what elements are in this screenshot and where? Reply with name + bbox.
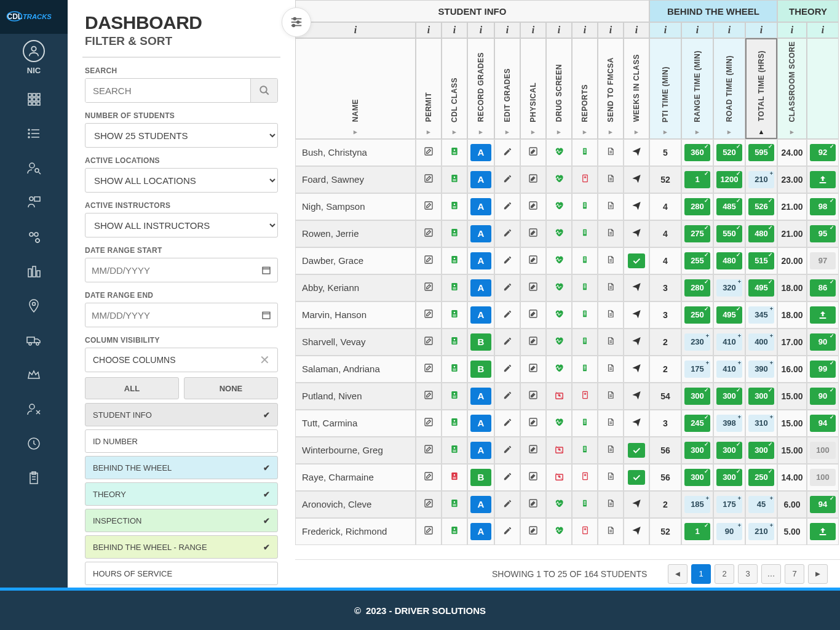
nav-clipboard[interactable] [0, 469, 68, 487]
cell-record[interactable] [494, 139, 520, 166]
score-pill[interactable]: 94✓ [810, 496, 836, 513]
time-pill[interactable]: 230+ [684, 333, 710, 351]
cell-edit-grades[interactable] [520, 193, 546, 220]
nav-list[interactable] [0, 125, 68, 142]
cell-edit-student[interactable] [416, 193, 442, 220]
cell-edit-grades[interactable] [520, 518, 546, 545]
cell-edit-grades[interactable] [520, 410, 546, 437]
pager-prev[interactable]: ◄ [668, 564, 687, 584]
col-road[interactable]: ROAD TIME (MIN)▸ [713, 38, 745, 139]
cell-reports[interactable] [598, 464, 624, 491]
cell-send[interactable] [624, 383, 649, 410]
col-total[interactable]: TOTAL TIME (HRS)▲ [745, 38, 777, 139]
colvis-item[interactable]: INSPECTION✔ [85, 509, 278, 532]
cell-reports[interactable] [598, 356, 624, 383]
time-pill[interactable]: 175+ [716, 496, 742, 513]
cell-drug[interactable] [572, 274, 598, 301]
cell-send[interactable] [624, 356, 649, 383]
cell-drug[interactable] [572, 410, 598, 437]
cell-drug[interactable] [572, 491, 598, 518]
col-permit[interactable]: PERMIT▸ [416, 38, 442, 139]
time-pill[interactable]: 1200✓ [716, 171, 742, 188]
cell-permit[interactable] [442, 139, 467, 166]
pager-page[interactable]: 3 [738, 564, 758, 584]
cell-record[interactable] [494, 329, 520, 356]
col-name[interactable]: NAME▸ [295, 38, 416, 139]
cell-permit[interactable] [442, 329, 467, 356]
search-input[interactable] [85, 79, 250, 102]
pager-next[interactable]: ► [808, 564, 828, 584]
cell-physical[interactable] [546, 437, 572, 464]
cell-edit-grades[interactable] [520, 329, 546, 356]
time-pill[interactable]: 245✓ [684, 415, 710, 432]
cell-physical[interactable] [546, 383, 572, 410]
cell-send[interactable] [624, 193, 649, 220]
cell-edit-grades[interactable] [520, 220, 546, 247]
nav-location[interactable] [0, 297, 68, 314]
cell-send[interactable] [624, 220, 649, 247]
time-pill[interactable]: 526✓ [748, 198, 774, 215]
cell-edit-student[interactable] [416, 491, 442, 518]
cell-permit[interactable] [442, 437, 467, 464]
cell-send[interactable] [624, 329, 649, 356]
cell-record[interactable] [494, 247, 520, 274]
cell-cdl[interactable]: A [467, 383, 494, 410]
info-icon[interactable]: i [546, 22, 572, 38]
time-pill[interactable]: 90+ [716, 523, 742, 540]
info-icon[interactable]: i [713, 22, 745, 38]
info-icon[interactable]: i [807, 22, 839, 38]
score-pill[interactable]: 90✓ [810, 333, 836, 351]
time-pill[interactable]: 275✓ [684, 225, 710, 242]
cell-edit-grades[interactable] [520, 139, 546, 166]
colvis-item[interactable]: THEORY✔ [85, 482, 278, 506]
time-pill[interactable]: 280✓ [684, 279, 710, 297]
cell-cdl[interactable]: A [467, 301, 494, 329]
cell-record[interactable] [494, 410, 520, 437]
time-pill[interactable]: 310+ [748, 415, 774, 432]
cell-physical[interactable] [546, 518, 572, 545]
time-pill[interactable]: 480✓ [716, 252, 742, 269]
cell-send[interactable] [624, 491, 649, 518]
score-pill[interactable]: 99✓ [810, 361, 836, 378]
cell-record[interactable] [494, 464, 520, 491]
cell-reports[interactable] [598, 301, 624, 329]
colvis-all-button[interactable]: ALL [85, 377, 179, 399]
nav-user-search[interactable] [0, 159, 68, 177]
cell-send[interactable] [624, 247, 649, 274]
cell-reports[interactable] [598, 274, 624, 301]
cell-edit-grades[interactable] [520, 247, 546, 274]
pager-page[interactable]: 1 [691, 564, 711, 584]
time-pill[interactable]: 515✓ [748, 252, 774, 269]
info-icon[interactable]: i [520, 22, 546, 38]
time-pill[interactable]: 300✓ [684, 442, 710, 459]
cell-permit[interactable] [442, 518, 467, 545]
score-pill[interactable]: 100 [810, 469, 836, 486]
time-pill[interactable]: 300✓ [748, 388, 774, 405]
time-pill[interactable]: 250✓ [684, 306, 710, 324]
info-icon[interactable]: i [494, 22, 520, 38]
date-end-input[interactable] [85, 303, 278, 327]
time-pill[interactable]: 320+ [716, 279, 742, 297]
time-pill[interactable]: 410+ [716, 361, 742, 378]
cell-send[interactable] [624, 139, 649, 166]
cell-cdl[interactable]: A [467, 437, 494, 464]
col-cdl[interactable]: CDL CLASS▸ [442, 38, 467, 139]
time-pill[interactable]: 390+ [748, 361, 774, 378]
cell-permit[interactable] [442, 274, 467, 301]
info-icon[interactable]: i [681, 22, 713, 38]
cell-edit-grades[interactable] [520, 491, 546, 518]
cell-physical[interactable] [546, 410, 572, 437]
info-icon[interactable]: i [649, 22, 681, 38]
cell-physical[interactable] [546, 274, 572, 301]
cell-cdl[interactable]: A [467, 518, 494, 545]
time-pill[interactable]: 400+ [748, 333, 774, 351]
cell-cdl[interactable]: A [467, 220, 494, 247]
nav-truck[interactable] [0, 332, 68, 349]
cell-permit[interactable] [442, 220, 467, 247]
time-pill[interactable]: 300✓ [684, 388, 710, 405]
pager-page[interactable]: 7 [785, 564, 804, 584]
cell-edit-student[interactable] [416, 356, 442, 383]
cell-drug[interactable] [572, 356, 598, 383]
cell-send[interactable] [624, 410, 649, 437]
cell-cdl[interactable]: A [467, 166, 494, 193]
